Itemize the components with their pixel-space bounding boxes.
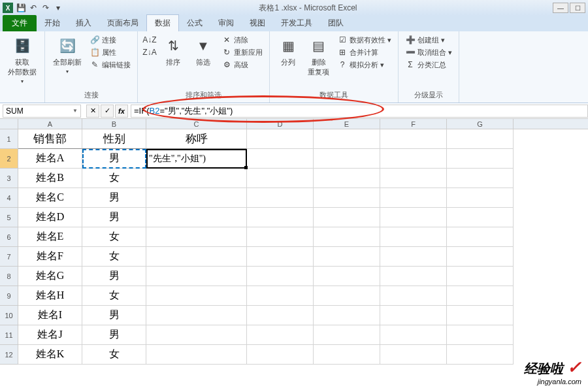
tab-team[interactable]: 团队 — [320, 15, 351, 31]
cell-B9[interactable]: 女 — [82, 286, 146, 306]
file-tab[interactable]: 文件 — [3, 15, 37, 31]
cell-A12[interactable]: 姓名K — [18, 345, 82, 365]
cell-D1[interactable] — [247, 129, 314, 149]
cell-A10[interactable]: 姓名I — [18, 306, 82, 325]
cell-F3[interactable] — [380, 169, 447, 188]
cell-B8[interactable]: 男 — [82, 267, 146, 286]
col-header-B[interactable]: B — [82, 119, 146, 129]
cell-E2[interactable] — [314, 149, 380, 169]
tab-view[interactable]: 视图 — [242, 15, 273, 31]
get-external-data-button[interactable]: 🗄️ 获取 外部数据 ▾ — [5, 34, 39, 86]
cell-A1[interactable]: 销售部 — [18, 129, 82, 149]
cell-A9[interactable]: 姓名H — [18, 286, 82, 306]
cell-G2[interactable] — [447, 149, 514, 169]
connections-button[interactable]: 🔗连接 — [88, 34, 132, 46]
sort-asc-button[interactable]: A↓Z — [143, 34, 156, 46]
row-header-7[interactable]: 7 — [0, 247, 18, 267]
cell-B2[interactable]: 男 — [82, 149, 146, 169]
cell-B1[interactable]: 性别 — [82, 129, 146, 149]
cell-G3[interactable] — [447, 169, 514, 188]
ungroup-button[interactable]: ➖取消组合 ▾ — [404, 46, 453, 58]
text-to-columns-button[interactable]: ▦ 分列 — [275, 34, 301, 69]
col-header-C[interactable]: C — [146, 119, 247, 129]
row-header-1[interactable]: 1 — [0, 129, 18, 149]
reapply-button[interactable]: ↻重新应用 — [220, 46, 264, 58]
tab-data[interactable]: 数据 — [146, 14, 179, 31]
cell-A8[interactable]: 姓名G — [18, 267, 82, 286]
col-header-G[interactable]: G — [447, 119, 514, 129]
cell-B4[interactable]: 男 — [82, 188, 146, 208]
col-header-F[interactable]: F — [380, 119, 447, 129]
tab-review[interactable]: 审阅 — [210, 15, 242, 31]
col-header-A[interactable]: A — [18, 119, 82, 129]
cell-B11[interactable]: 男 — [82, 325, 146, 345]
refresh-all-button[interactable]: 🔄 全部刷新 ▾ — [50, 34, 84, 76]
cell-C1[interactable]: 称呼 — [146, 129, 247, 149]
cell-C4[interactable] — [146, 188, 247, 208]
properties-button[interactable]: 📋属性 — [88, 46, 132, 58]
filter-button[interactable]: ▼ 筛选 — [190, 34, 216, 69]
row-header-4[interactable]: 4 — [0, 188, 18, 208]
cell-D2[interactable] — [247, 149, 314, 169]
confirm-formula-button[interactable]: ✓ — [101, 105, 114, 118]
row-header-6[interactable]: 6 — [0, 227, 18, 247]
row-header-9[interactable]: 9 — [0, 286, 18, 306]
row-header-2[interactable]: 2 — [0, 149, 18, 169]
remove-duplicates-button[interactable]: ▤ 删除 重复项 — [305, 34, 332, 78]
insert-function-button[interactable]: fx — [115, 105, 128, 118]
cell-B6[interactable]: 女 — [82, 227, 146, 247]
minimize-button[interactable]: — — [553, 3, 568, 13]
col-header-D[interactable]: D — [247, 119, 314, 129]
name-box-dropdown-icon[interactable]: ▼ — [73, 108, 78, 114]
qat-dropdown-icon[interactable]: ▾ — [53, 3, 63, 13]
row-header-12[interactable]: 12 — [0, 345, 18, 365]
cell-B5[interactable]: 男 — [82, 208, 146, 227]
cell-A2[interactable]: 姓名A — [18, 149, 82, 169]
subtotal-button[interactable]: Σ分类汇总 — [404, 59, 453, 71]
cell-A7[interactable]: 姓名F — [18, 247, 82, 267]
cell-A6[interactable]: 姓名E — [18, 227, 82, 247]
data-validation-button[interactable]: ☑数据有效性 ▾ — [336, 34, 393, 46]
cell-A4[interactable]: 姓名C — [18, 188, 82, 208]
tab-formulas[interactable]: 公式 — [179, 15, 210, 31]
select-all-corner[interactable] — [0, 119, 18, 129]
sort-button[interactable]: ⇅ 排序 — [160, 34, 186, 69]
tab-insert[interactable]: 插入 — [68, 15, 99, 31]
cell-G1[interactable] — [447, 129, 514, 149]
col-header-E[interactable]: E — [314, 119, 380, 129]
cell-B12[interactable]: 女 — [82, 345, 146, 365]
cell-A3[interactable]: 姓名B — [18, 169, 82, 188]
cell-F2[interactable] — [380, 149, 447, 169]
sort-desc-button[interactable]: Z↓A — [143, 46, 156, 58]
cell-D3[interactable] — [247, 169, 314, 188]
redo-icon[interactable]: ↷ — [41, 3, 51, 13]
consolidate-button[interactable]: ⊞合并计算 — [336, 46, 393, 58]
cell-F1[interactable] — [380, 129, 447, 149]
cell-B10[interactable]: 男 — [82, 306, 146, 325]
row-header-10[interactable]: 10 — [0, 306, 18, 325]
row-header-8[interactable]: 8 — [0, 267, 18, 286]
cell-B7[interactable]: 女 — [82, 247, 146, 267]
save-icon[interactable]: 💾 — [16, 3, 26, 13]
cell-B3[interactable]: 女 — [82, 169, 146, 188]
cell-A5[interactable]: 姓名D — [18, 208, 82, 227]
maximize-button[interactable]: ☐ — [570, 3, 585, 13]
row-header-11[interactable]: 11 — [0, 325, 18, 345]
cell-E3[interactable] — [314, 169, 380, 188]
formula-input[interactable]: =IF(B2="男","先生","小姐") — [131, 105, 588, 118]
cell-E1[interactable] — [314, 129, 380, 149]
tab-home[interactable]: 开始 — [37, 15, 68, 31]
tab-devtools[interactable]: 开发工具 — [273, 15, 320, 31]
group-button[interactable]: ➕创建组 ▾ — [404, 34, 453, 46]
cancel-formula-button[interactable]: ✕ — [86, 105, 99, 118]
name-box-input[interactable] — [6, 106, 65, 116]
cell-C3[interactable] — [146, 169, 247, 188]
whatif-button[interactable]: ?模拟分析 ▾ — [336, 59, 393, 71]
name-box[interactable]: ▼ — [3, 105, 81, 118]
edit-links-button[interactable]: ✎编辑链接 — [88, 59, 132, 71]
cell-A11[interactable]: 姓名J — [18, 325, 82, 345]
row-header-5[interactable]: 5 — [0, 208, 18, 227]
cell-C2[interactable]: "先生","小姐") — [146, 149, 247, 169]
tab-pagelayout[interactable]: 页面布局 — [99, 15, 146, 31]
row-header-3[interactable]: 3 — [0, 169, 18, 188]
